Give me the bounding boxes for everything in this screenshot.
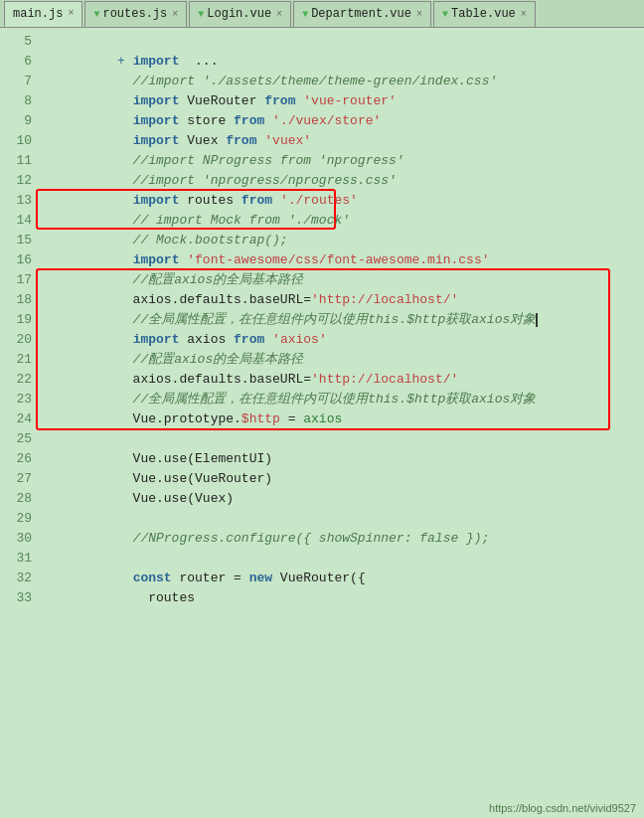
line-13: // import Mock from './mock' <box>40 191 640 211</box>
line-33: }) <box>40 588 640 608</box>
tab-icon-login-vue: ▼ <box>198 9 204 20</box>
watermark: https://blog.csdn.net/vivid9527 <box>489 802 636 814</box>
tab-department-vue[interactable]: ▼ Department.vue × <box>293 1 431 27</box>
tab-label-routes-js: routes.js <box>102 7 167 21</box>
line-14: // Mock.bootstrap(); <box>40 211 640 231</box>
tab-label-department-vue: Department.vue <box>311 7 411 21</box>
line-17: axios.defaults.baseURL='http://localhost… <box>40 270 640 290</box>
line-20: //配置axios的全局基本路径 <box>40 330 640 350</box>
tab-routes-js[interactable]: ▼ routes.js × <box>84 1 187 27</box>
tab-close-login-vue[interactable]: × <box>276 9 282 20</box>
code-lines-container: + import ... //import './assets/theme/th… <box>36 32 644 814</box>
line-22: //全局属性配置，在任意组件内可以使用this.$http获取axios对象 <box>40 370 640 390</box>
tab-bar: main.js × ▼ routes.js × ▼ Login.vue × ▼ … <box>0 0 644 28</box>
code-lines: + import ... //import './assets/theme/th… <box>36 32 644 608</box>
tab-login-vue[interactable]: ▼ Login.vue × <box>189 1 291 27</box>
line-23: Vue.prototype.$http = axios <box>40 390 640 409</box>
tab-close-routes-js[interactable]: × <box>172 9 178 20</box>
line-21: axios.defaults.baseURL='http://localhost… <box>40 350 640 370</box>
line-11: //import 'nprogress/nprogress.css' <box>40 151 640 171</box>
line-24 <box>40 409 640 429</box>
tab-label-login-vue: Login.vue <box>207 7 271 21</box>
tab-icon-routes-js: ▼ <box>93 9 99 20</box>
line-12: import routes from './routes' <box>40 171 640 191</box>
line-7: import VueRouter from 'vue-router' <box>40 72 640 91</box>
line-10: //import NProgress from 'nprogress' <box>40 131 640 151</box>
tab-icon-table-vue: ▼ <box>442 9 448 20</box>
tab-table-vue[interactable]: ▼ Table.vue × <box>433 1 536 27</box>
tab-label-table-vue: Table.vue <box>451 7 516 21</box>
line-30 <box>40 529 640 549</box>
line-27: Vue.use(Vuex) <box>40 469 640 489</box>
line-18: //全局属性配置，在任意组件内可以使用this.$http获取axios对象 <box>40 290 640 310</box>
tab-main-js[interactable]: main.js × <box>4 1 82 27</box>
editor-container: main.js × ▼ routes.js × ▼ Login.vue × ▼ … <box>0 0 644 818</box>
line-9: import Vuex from 'vuex' <box>40 111 640 131</box>
tab-close-main-js[interactable]: × <box>68 8 74 19</box>
line-19: import axios from 'axios' <box>40 310 640 330</box>
code-area[interactable]: 5 6 7 8 9 10 11 12 13 14 15 16 17 18 19 … <box>0 28 644 818</box>
line-25: Vue.use(ElementUI) <box>40 429 640 449</box>
tab-close-table-vue[interactable]: × <box>521 9 527 20</box>
line-5: + import ... <box>40 32 640 52</box>
line-31: const router = new VueRouter({ <box>40 549 640 569</box>
tab-label: main.js <box>13 7 63 21</box>
line-26: Vue.use(VueRouter) <box>40 449 640 469</box>
tab-close-department-vue[interactable]: × <box>416 9 422 20</box>
line-28 <box>40 489 640 509</box>
line-6: //import './assets/theme/theme-green/ind… <box>40 52 640 72</box>
tab-icon-department-vue: ▼ <box>302 9 308 20</box>
line-numbers: 5 6 7 8 9 10 11 12 13 14 15 16 17 18 19 … <box>0 32 36 814</box>
line-15: import 'font-awesome/css/font-awesome.mi… <box>40 231 640 250</box>
line-8: import store from './vuex/store' <box>40 91 640 111</box>
line-29: //NProgress.configure({ showSpinner: fal… <box>40 509 640 529</box>
line-16: //配置axios的全局基本路径 <box>40 250 640 270</box>
line-32: routes <box>40 569 640 588</box>
